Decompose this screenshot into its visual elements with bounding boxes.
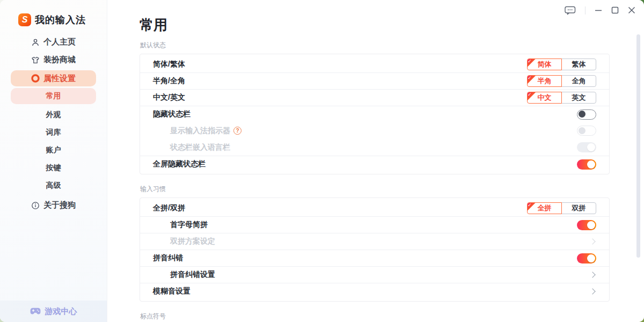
sidebar-item-advanced[interactable]: 高级 [0, 177, 107, 194]
sidebar-item-settings[interactable]: 属性设置 [11, 70, 96, 86]
setting-label: 中文/英文 [153, 93, 185, 103]
seg-option-selected[interactable]: ✓中文 [527, 92, 562, 104]
setting-label: 拼音纠错 [153, 253, 183, 263]
sidebar-item-home[interactable]: 个人主页 [0, 33, 107, 51]
setting-row-cn-en: 中文/英文 ✓中文 英文 [140, 89, 609, 106]
setting-label: 状态栏嵌入语言栏 [170, 143, 230, 152]
settings-content: 常用 默认状态 简体/繁体 ✓简体 繁体 半角/全角 ✓半角 全角 [140, 16, 610, 322]
sidebar-item-keys[interactable]: 按键 [0, 159, 107, 177]
setting-label: 双拼方案设定 [170, 237, 215, 246]
sidebar-item-dictionary[interactable]: 词库 [0, 123, 107, 141]
setting-row-pinyin-correction-settings: 拼音纠错设置 [140, 266, 609, 283]
sidebar: S 我的输入法 个人主页 装扮商城 属性设置 [0, 0, 107, 322]
sidebar-item-about[interactable]: 关于搜狗 [0, 196, 107, 214]
toggle-show-indicator [577, 126, 596, 136]
setting-row-quanpin-shuangpin: 全拼/双拼 ✓全拼 双拼 [140, 200, 609, 216]
settings-card-default-state: 简体/繁体 ✓简体 繁体 半角/全角 ✓半角 全角 中文/英文 [140, 54, 610, 174]
gamepad-icon [30, 308, 41, 315]
chevron-right-icon[interactable] [589, 288, 595, 294]
sogou-logo-icon: S [18, 13, 31, 26]
setting-row-shuangpin-scheme: 双拼方案设定 [140, 233, 609, 250]
seg-option[interactable]: 全角 [561, 75, 596, 87]
segmented-control: ✓半角 全角 [527, 75, 596, 87]
seg-option-selected[interactable]: ✓半角 [527, 75, 562, 87]
person-icon [31, 38, 40, 47]
window-titlebar [565, 5, 635, 15]
setting-label: 显示输入法指示器 [170, 126, 230, 136]
check-badge-icon: ✓ [528, 59, 536, 67]
setting-row-hide-statusbar: 隐藏状态栏 [140, 106, 609, 122]
check-badge-icon: ✓ [528, 76, 536, 84]
check-badge-icon: ✓ [528, 92, 536, 100]
sidebar-item-label: 按键 [46, 163, 61, 173]
setting-label: 首字母简拼 [170, 220, 208, 230]
setting-label: 隐藏状态栏 [153, 109, 191, 119]
minimize-button[interactable] [595, 5, 602, 15]
main-panel: 常用 默认状态 简体/繁体 ✓简体 繁体 半角/全角 ✓半角 全角 [107, 0, 644, 322]
app-window: S 我的输入法 个人主页 装扮商城 属性设置 [0, 0, 644, 322]
setting-row-show-indicator: 显示输入法指示器 ? [140, 122, 609, 139]
sidebar-item-label: 高级 [46, 181, 61, 191]
setting-row-fullscreen-hide: 全屏隐藏状态栏 [140, 156, 609, 172]
setting-row-simp-trad: 简体/繁体 ✓简体 繁体 [140, 56, 609, 72]
setting-label: 全拼/双拼 [153, 203, 185, 213]
setting-label: 简体/繁体 [153, 60, 185, 69]
sidebar-item-label: 外观 [46, 110, 61, 120]
sidebar-item-label: 属性设置 [43, 74, 76, 84]
sidebar-item-shop[interactable]: 装扮商城 [0, 51, 107, 69]
info-icon [31, 201, 40, 210]
check-badge-icon: ✓ [528, 203, 536, 211]
game-center-label: 游戏中心 [45, 306, 77, 317]
toggle-embed-langbar [577, 142, 596, 152]
setting-label: 拼音纠错设置 [170, 270, 215, 280]
seg-option-selected[interactable]: ✓简体 [527, 58, 562, 70]
app-header: S 我的输入法 [18, 13, 107, 26]
sidebar-item-label: 词库 [46, 128, 61, 137]
setting-row-fuzzy-sound: 模糊音设置 [140, 283, 609, 299]
titlebar-divider [585, 6, 586, 14]
sidebar-item-label: 常用 [46, 91, 61, 101]
close-button[interactable] [628, 5, 635, 15]
setting-row-pinyin-correction: 拼音纠错 [140, 250, 609, 266]
scrollbar-thumb[interactable] [636, 34, 640, 258]
toggle-pinyin-correction[interactable] [577, 253, 596, 264]
chevron-right-icon[interactable] [589, 272, 595, 277]
game-center-button[interactable]: 游戏中心 [0, 301, 107, 322]
maximize-button[interactable] [611, 5, 619, 15]
feedback-button[interactable] [565, 5, 576, 15]
segmented-control: ✓中文 英文 [527, 92, 596, 104]
setting-row-embed-langbar: 状态栏嵌入语言栏 [140, 139, 609, 156]
setting-label: 半角/全角 [153, 76, 185, 86]
sidebar-item-account[interactable]: 账户 [0, 141, 107, 159]
chevron-right-icon [589, 238, 595, 244]
seg-option[interactable]: 繁体 [561, 58, 596, 70]
seg-option[interactable]: 英文 [561, 92, 596, 104]
toggle-initial-jianpin[interactable] [577, 220, 596, 230]
section-label-default-state: 默认状态 [140, 41, 610, 50]
setting-label: 全屏隐藏状态栏 [153, 159, 206, 169]
setting-row-initial-jianpin: 首字母简拼 [140, 216, 609, 233]
setting-row-half-full: 半角/全角 ✓半角 全角 [140, 72, 609, 89]
page-title: 常用 [140, 16, 610, 33]
section-label-input-habits: 输入习惯 [140, 185, 610, 194]
sidebar-item-common[interactable]: 常用 [11, 88, 96, 104]
seg-option[interactable]: 双拼 [561, 202, 596, 214]
sidebar-item-label: 关于搜狗 [43, 200, 76, 210]
setting-label: 模糊音设置 [153, 287, 191, 296]
toggle-fullscreen-hide[interactable] [577, 159, 596, 170]
sidebar-item-label: 账户 [46, 145, 61, 155]
seg-option-selected[interactable]: ✓全拼 [527, 202, 562, 214]
app-title: 我的输入法 [35, 13, 86, 26]
sidebar-item-label: 个人主页 [43, 37, 76, 47]
sidebar-item-appearance[interactable]: 外观 [0, 106, 107, 123]
toggle-hide-statusbar[interactable] [577, 109, 596, 120]
section-label-punctuation: 标点符号 [140, 312, 610, 321]
segmented-control: ✓全拼 双拼 [527, 202, 596, 214]
sidebar-item-label: 装扮商城 [43, 55, 76, 65]
settings-card-input-habits: 全拼/双拼 ✓全拼 双拼 首字母简拼 双拼方案设定 拼音纠错 [140, 197, 610, 302]
sidebar-nav: 个人主页 装扮商城 属性设置 常用 外观 词库 [0, 33, 107, 214]
settings-gear-icon [31, 74, 40, 83]
help-icon[interactable]: ? [233, 127, 241, 135]
tshirt-icon [31, 56, 40, 64]
segmented-control: ✓简体 繁体 [527, 58, 596, 70]
